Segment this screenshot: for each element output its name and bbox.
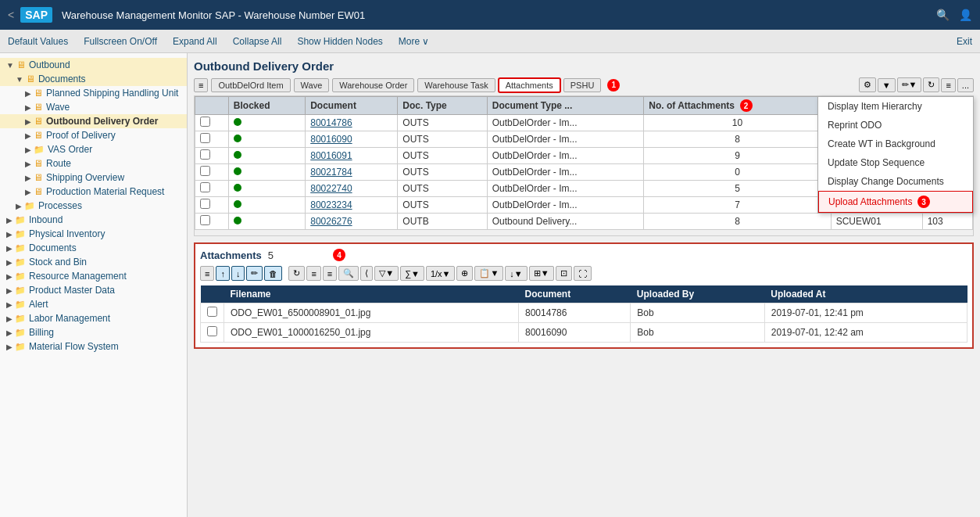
sidebar-item-documents[interactable]: ▼ 🖥 Documents <box>0 72 187 86</box>
menu-update-stop-sequence[interactable]: Update Stop Sequence <box>818 153 973 172</box>
menu-create-wt[interactable]: Create WT in Background <box>818 135 973 153</box>
att-sort-btn[interactable]: ↓▼ <box>505 266 527 281</box>
att-col-settings-btn[interactable]: ≡ <box>306 266 320 281</box>
att-table-btn[interactable]: ⊡ <box>556 266 572 281</box>
att-grid-btn[interactable]: ≡ <box>323 266 337 281</box>
user-icon[interactable]: 👤 <box>959 9 972 21</box>
menu-bar: Default Values Fullscreen On/Off Expand … <box>0 30 980 53</box>
action-btn-3[interactable]: ✏▼ <box>897 77 922 92</box>
sidebar-item-material-flow[interactable]: ▶ 📁 Material Flow System <box>0 339 187 354</box>
tab-warehouse-order[interactable]: Warehouse Order <box>332 78 414 92</box>
menu-display-item-hierarchy[interactable]: Display Item Hierarchy <box>818 97 973 116</box>
top-icons: 🔍 👤 <box>936 9 972 21</box>
sidebar-item-production-material[interactable]: ▶ 🖥 Production Material Request <box>0 185 187 199</box>
row-checkbox[interactable] <box>195 197 229 214</box>
row-document[interactable]: 80016091 <box>306 148 398 164</box>
menu-expand-all[interactable]: Expand All <box>173 36 217 47</box>
menu-default-values[interactable]: Default Values <box>8 36 68 47</box>
att-copy-btn[interactable]: 📋▼ <box>474 266 503 281</box>
table-settings-btn[interactable]: ≡ <box>194 78 208 92</box>
back-button[interactable]: < <box>8 9 14 21</box>
table-row: 80026276 OUTB Outbound Delivery... 8 SCU… <box>195 214 973 230</box>
tab-warehouse-task[interactable]: Warehouse Task <box>417 78 495 92</box>
tab-outbdelord-item[interactable]: OutbDelOrd Item <box>211 78 290 92</box>
att-row-uploaded-at: 2019-07-01, 12:41 pm <box>764 303 967 323</box>
sidebar-item-wave[interactable]: ▶ 🖥 Wave <box>0 100 187 114</box>
menu-collapse-all[interactable]: Collapse All <box>233 36 282 47</box>
tab-pshu[interactable]: PSHU <box>563 78 602 92</box>
att-print-btn[interactable]: ⊕ <box>456 266 473 281</box>
att-search-btn[interactable]: 🔍 <box>338 266 359 281</box>
row-document[interactable]: 80026276 <box>306 214 398 230</box>
sidebar-item-vas-order[interactable]: ▶ 📁 VAS Order <box>0 142 187 156</box>
action-btn-1[interactable]: ⚙ <box>859 77 876 92</box>
row-checkbox[interactable] <box>195 115 229 131</box>
menu-upload-attachments[interactable]: Upload Attachments 3 <box>818 191 973 213</box>
sidebar-item-documents2[interactable]: ▶ 📁 Documents <box>0 241 187 255</box>
row-document[interactable]: 80023234 <box>306 197 398 214</box>
expand-arrow: ▶ <box>6 230 13 239</box>
action-btn-2[interactable]: ▼ <box>878 78 896 92</box>
tab-attachments[interactable]: Attachments <box>499 78 560 92</box>
menu-reprint-odo[interactable]: Reprint ODO <box>818 116 973 135</box>
row-checkbox[interactable] <box>195 214 229 230</box>
action-btn-5[interactable]: ≡ <box>941 78 955 92</box>
expand-arrow: ▶ <box>25 89 31 98</box>
action-btn-4[interactable]: ↻ <box>923 77 939 92</box>
row-checkbox[interactable] <box>195 181 229 197</box>
sidebar-item-route[interactable]: ▶ 🖥 Route <box>0 156 187 171</box>
sidebar-item-planned-shipping[interactable]: ▶ 🖥 Planned Shipping Handling Unit <box>0 86 187 100</box>
sidebar-item-alert[interactable]: ▶ 📁 Alert <box>0 297 187 311</box>
tab-wave[interactable]: Wave <box>294 78 330 92</box>
sidebar-item-labor-management[interactable]: ▶ 📁 Labor Management <box>0 311 187 325</box>
row-attachments: 10 <box>644 115 831 131</box>
sidebar-item-outbound-delivery-order[interactable]: ▶ 🖥 Outbound Delivery Order <box>0 114 187 128</box>
sidebar-item-resource-management[interactable]: ▶ 📁 Resource Management <box>0 269 187 283</box>
sidebar-label: Product Master Data <box>29 285 115 296</box>
sidebar-item-physical-inventory[interactable]: ▶ 📁 Physical Inventory <box>0 227 187 241</box>
action-btn-more[interactable]: ... <box>957 78 974 92</box>
att-fullscreen-btn[interactable]: ⛶ <box>574 266 592 281</box>
row-checkbox[interactable] <box>195 148 229 164</box>
menu-show-hidden[interactable]: Show Hidden Nodes <box>297 36 382 47</box>
attachments-section: Attachments 5 4 ≡ ↑ ↓ ✏ 🗑 ↻ ≡ ≡ 🔍 ⟨ <box>194 242 974 349</box>
att-grid2-btn[interactable]: ⊞▼ <box>529 266 554 281</box>
annotation-2: 2 <box>740 99 753 112</box>
row-document-type: OutbDelOrder - Im... <box>487 181 644 197</box>
sidebar-item-billing[interactable]: ▶ 📁 Billing <box>0 325 187 339</box>
att-row-checkbox[interactable] <box>201 303 224 323</box>
att-settings-btn[interactable]: ≡ <box>200 266 214 281</box>
att-upload-btn[interactable]: ↑ <box>216 266 230 281</box>
top-bar: < SAP Warehouse Management Monitor SAP -… <box>0 0 980 30</box>
sap-logo: SAP <box>20 7 52 23</box>
menu-fullscreen[interactable]: Fullscreen On/Off <box>84 36 157 47</box>
row-checkbox[interactable] <box>195 131 229 148</box>
sidebar-item-outbound[interactable]: ▼ 🖥 Outbound <box>0 58 187 72</box>
row-document[interactable]: 80014786 <box>306 115 398 131</box>
sidebar-item-processes[interactable]: ▶ 📁 Processes <box>0 199 187 213</box>
att-edit-btn[interactable]: ✏ <box>246 266 263 281</box>
row-doc-type: OUTS <box>398 197 487 214</box>
att-prev-btn[interactable]: ⟨ <box>360 266 373 281</box>
menu-exit[interactable]: Exit <box>957 36 972 47</box>
menu-display-change-docs[interactable]: Display Change Documents <box>818 172 973 191</box>
search-icon[interactable]: 🔍 <box>936 9 950 21</box>
row-document[interactable]: 80016090 <box>306 131 398 148</box>
sidebar-item-proof-of-delivery[interactable]: ▶ 🖥 Proof of Delivery <box>0 128 187 142</box>
row-document[interactable]: 80022740 <box>306 181 398 197</box>
row-document[interactable]: 80021784 <box>306 164 398 181</box>
sidebar-item-stock-bin[interactable]: ▶ 📁 Stock and Bin <box>0 255 187 269</box>
att-row-checkbox[interactable] <box>201 323 224 343</box>
att-filter-btn[interactable]: ▽▼ <box>374 266 399 281</box>
row-checkbox[interactable] <box>195 164 229 181</box>
sidebar-item-inbound[interactable]: ▶ 📁 Inbound <box>0 213 187 227</box>
menu-more[interactable]: More ∨ <box>399 36 430 47</box>
att-delete-btn[interactable]: 🗑 <box>264 266 282 281</box>
sidebar-label: Outbound <box>29 59 70 70</box>
att-refresh-btn[interactable]: ↻ <box>288 266 305 281</box>
sidebar-item-product-master[interactable]: ▶ 📁 Product Master Data <box>0 283 187 297</box>
sidebar-item-shipping-overview[interactable]: ▶ 🖥 Shipping Overview <box>0 171 187 185</box>
att-download-btn[interactable]: ↓ <box>231 266 245 281</box>
att-sum-btn[interactable]: ∑▼ <box>400 266 424 281</box>
att-calc-btn[interactable]: 1/x▼ <box>426 266 456 281</box>
